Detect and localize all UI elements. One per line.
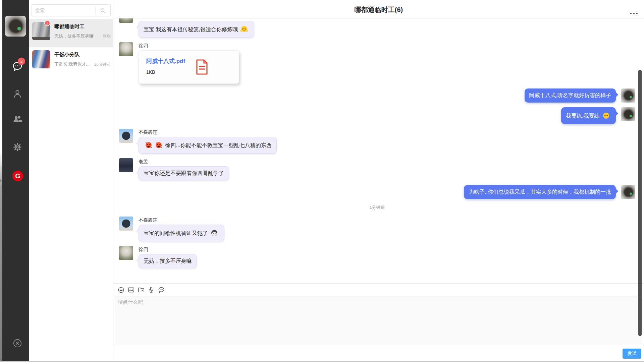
- circle-x-icon: [12, 338, 23, 350]
- chat-bubble: 无妨，技多不压身嘛: [139, 254, 197, 268]
- unread-badge: 2: [18, 58, 25, 65]
- bubble-text: 阿威十八式,听名字就好厉害的样子: [529, 93, 611, 98]
- settings-nav-button[interactable]: [11, 142, 23, 154]
- conversation-title: 哪都通临时工(6): [113, 5, 644, 14]
- bubble-text: 宝宝你还是不要跟着你四哥乱学了: [144, 170, 224, 176]
- chat-time: 刚刚: [103, 34, 111, 39]
- message-list[interactable]: 宝宝 我这有本祖传秘笈,很适合你修炼哦 徐四阿威十八式.pdf1KB阿威十八式,…: [113, 18, 644, 283]
- folder-icon[interactable]: [138, 286, 145, 294]
- more-menu-icon[interactable]: [630, 10, 638, 14]
- hugging-face-emoji: [240, 25, 249, 34]
- chat-time: 26分钟前: [94, 62, 111, 67]
- sender-name: 老孟: [139, 158, 229, 165]
- panel-expand-arrow-icon[interactable]: [0, 179, 2, 183]
- bubble-text: 无妨，技多不压身嘛: [144, 258, 192, 264]
- voice-icon[interactable]: [148, 286, 155, 294]
- message-incoming: 不摇碧莲 徐四...你能不能不教宝宝一些乱七八糟的东西: [119, 129, 635, 154]
- chat-header: 哪都通临时工(6): [113, 0, 644, 18]
- bubble-text: 宝宝的间歇性机智证又犯了: [144, 230, 209, 236]
- search-box: [32, 4, 111, 16]
- logout-button[interactable]: [11, 338, 23, 350]
- avatar-buyaobilian[interactable]: [119, 217, 133, 231]
- avatar-laomeng[interactable]: [119, 158, 133, 172]
- sender-name: 徐四: [139, 42, 239, 49]
- message-incoming: 老孟宝宝你还是不要跟着你四哥乱学了: [119, 158, 635, 180]
- chat-pane: 哪都通临时工(6) 宝宝 我这有本祖传秘笈,很适合你修炼哦 徐四阿威十八式.pd…: [113, 0, 644, 362]
- sender-name: 不摇碧莲: [139, 129, 277, 135]
- nav-sidebar: 2 G: [2, 0, 29, 362]
- user-avatar[interactable]: [5, 16, 26, 37]
- file-attachment-card[interactable]: 阿威十八式.pdf1KB: [139, 50, 239, 84]
- unread-badge: 2: [44, 20, 50, 26]
- message-outgoing: 为啥子..你们总说我呆瓜，其实大多的时候，我都机制的一批: [119, 185, 635, 199]
- chat-title: 哪都通临时工: [54, 23, 85, 30]
- search-input[interactable]: [32, 5, 96, 16]
- search-divider: [95, 7, 96, 15]
- chat-bubble: 为啥子..你们总说我呆瓜，其实大多的时候，我都机制的一批: [464, 185, 616, 199]
- message-body: 不摇碧莲宝宝的间歇性机智证又犯了: [139, 217, 224, 241]
- chat-bubble: 宝宝的间歇性机智证又犯了: [139, 225, 224, 241]
- chat-title: 干饭小分队: [54, 52, 79, 58]
- chat-bubble: 宝宝你还是不要跟着你四哥乱学了: [139, 166, 229, 180]
- send-button[interactable]: 发送: [623, 349, 641, 359]
- message-incoming: 宝宝 我这有本祖传秘笈,很适合你修炼哦: [119, 18, 635, 38]
- message-body: 为啥子..你们总说我呆瓜，其实大多的时候，我都机制的一批: [464, 185, 616, 199]
- emoji-picker-icon[interactable]: [117, 286, 125, 294]
- g-app-logo[interactable]: G: [12, 171, 23, 181]
- message-body: 徐四无妨，技多不压身嘛: [139, 246, 197, 268]
- person-icon: [12, 88, 23, 100]
- image-icon[interactable]: [127, 286, 135, 294]
- message-input[interactable]: [115, 297, 642, 345]
- app-window: 2 G: [0, 0, 644, 362]
- avatar-xusi[interactable]: [119, 246, 133, 260]
- chat-list-item[interactable]: 干饭小分队 王道长,我看你才... 26分钟前: [29, 47, 113, 75]
- message-outgoing: 阿威十八式,听名字就好厉害的样子: [119, 88, 635, 103]
- sender-name: 徐四: [139, 246, 197, 253]
- chat-bubble: 阿威十八式,听名字就好厉害的样子: [525, 88, 616, 103]
- message-incoming: 徐四阿威十八式.pdf1KB: [119, 42, 635, 84]
- message-incoming: 不摇碧莲宝宝的间歇性机智证又犯了: [119, 217, 635, 241]
- message-incoming: 徐四无妨，技多不压身嘛: [119, 246, 635, 268]
- message-body: 不摇碧莲 徐四...你能不能不教宝宝一些乱七八糟的东西: [139, 129, 277, 154]
- groups-nav-button[interactable]: [11, 113, 23, 125]
- pdf-file-icon: [195, 59, 209, 75]
- sender-name: 不摇碧莲: [139, 217, 224, 223]
- chat-bubble: 徐四...你能不能不教宝宝一些乱七八糟的东西: [139, 137, 277, 154]
- composer: 发送: [113, 283, 644, 362]
- contacts-nav-button[interactable]: [11, 88, 23, 100]
- penguin-emoji: [210, 229, 219, 237]
- angry-face-emoji: [154, 141, 163, 149]
- avatar-baobao[interactable]: [621, 107, 635, 121]
- message-body: 阿威十八式,听名字就好厉害的样子: [525, 88, 616, 103]
- time-divider: 1分钟前: [119, 204, 635, 210]
- message-body: 我要练,我要练: [561, 107, 616, 124]
- group-avatar: [32, 50, 50, 68]
- chat-history-icon[interactable]: [158, 286, 165, 294]
- blank-face-emoji: [602, 111, 610, 120]
- composer-toolbar: [113, 284, 168, 296]
- message-body: 徐四阿威十八式.pdf1KB: [139, 42, 239, 84]
- bubble-text: 我要练,我要练: [566, 113, 601, 119]
- avatar-baobao[interactable]: [621, 185, 635, 199]
- scrollbar-thumb[interactable]: [638, 70, 642, 336]
- file-size: 1KB: [146, 69, 239, 75]
- bubble-text: 为啥子..你们总说我呆瓜，其实大多的时候，我都机制的一批: [469, 189, 611, 195]
- chat-bubble: 宝宝 我这有本祖传秘笈,很适合你修炼哦: [139, 21, 254, 38]
- avatar-xusi[interactable]: [119, 42, 133, 56]
- chats-nav-button[interactable]: 2: [11, 61, 23, 73]
- chat-preview: 无妨，技多不压身嘛: [54, 33, 101, 39]
- chat-list-panel: 2 哪都通临时工 无妨，技多不压身嘛 刚刚 干饭小分队 王道长,我看你才... …: [29, 0, 113, 362]
- search-icon[interactable]: [99, 7, 107, 14]
- avatar-baobao[interactable]: [621, 88, 635, 103]
- avatar-xusi[interactable]: [119, 18, 133, 23]
- file-name[interactable]: 阿威十八式.pdf: [146, 57, 239, 65]
- angry-face-emoji: [144, 141, 153, 149]
- message-outgoing: 我要练,我要练: [119, 107, 635, 124]
- send-row: 发送: [113, 345, 644, 362]
- people-icon: [12, 113, 23, 125]
- chat-bubble: 我要练,我要练: [561, 107, 616, 124]
- gear-icon: [12, 142, 23, 154]
- avatar-buyaobilian[interactable]: [119, 129, 133, 143]
- message-body: 老孟宝宝你还是不要跟着你四哥乱学了: [139, 158, 229, 180]
- chat-list-item[interactable]: 2 哪都通临时工 无妨，技多不压身嘛 刚刚: [29, 19, 113, 47]
